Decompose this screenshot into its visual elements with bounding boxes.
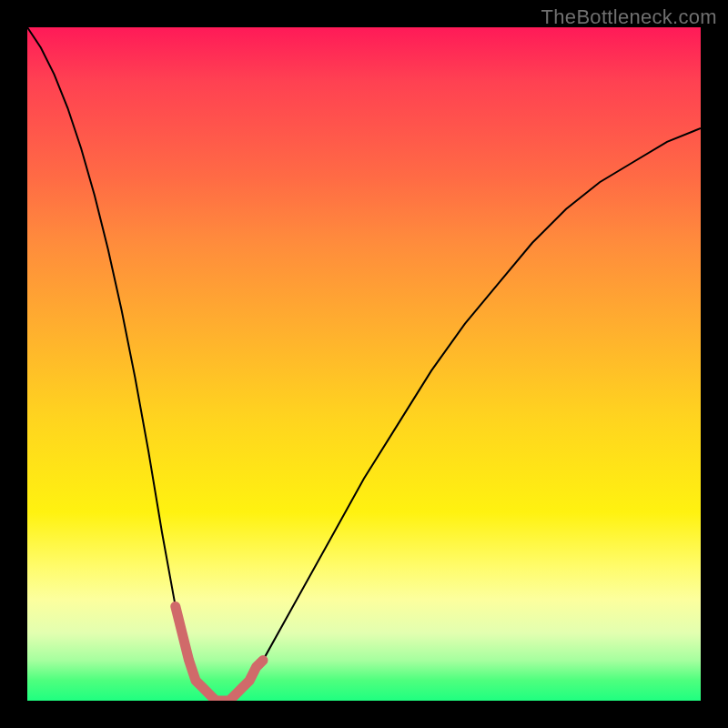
watermark-text: TheBottleneck.com xyxy=(541,5,717,29)
chart-svg xyxy=(27,27,701,701)
bottleneck-curve xyxy=(27,27,701,701)
chart-plot-area xyxy=(27,27,701,701)
bottom-highlight xyxy=(176,606,263,701)
